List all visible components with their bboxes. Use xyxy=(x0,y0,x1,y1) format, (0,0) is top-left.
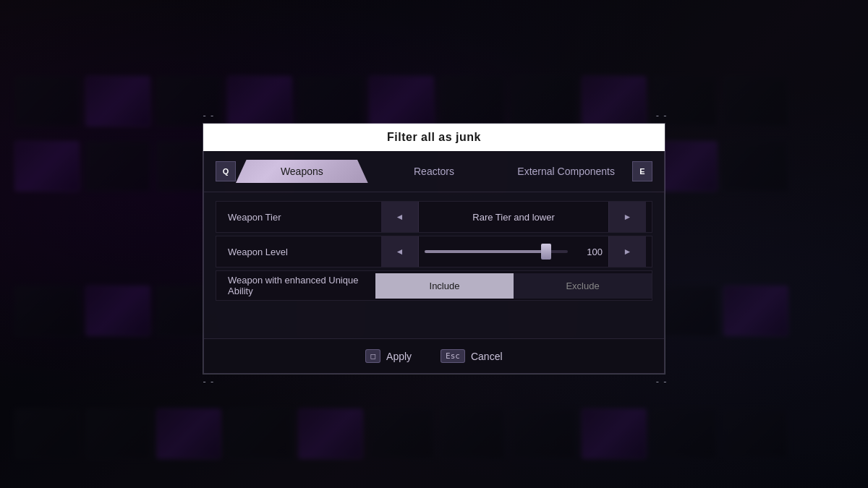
weapon-level-value: 100 xyxy=(574,247,603,257)
weapon-level-control: ◄ 100 ► xyxy=(375,236,652,267)
weapon-level-next-button[interactable]: ► xyxy=(608,236,646,267)
weapon-level-slider-fill xyxy=(425,250,546,253)
apply-key-badge: □ xyxy=(365,349,380,363)
dialog-body: Q Weapons Reactors External Components E… xyxy=(203,151,665,374)
tabs-container: Weapons Reactors External Components xyxy=(236,160,632,183)
weapon-level-prev-button[interactable]: ◄ xyxy=(381,236,419,267)
dialog-footer: □ Apply Esc Cancel xyxy=(204,338,664,373)
weapon-level-slider-container: 100 xyxy=(419,247,608,257)
tab-external-components[interactable]: External Components xyxy=(500,160,632,183)
include-button[interactable]: Include xyxy=(375,273,514,299)
tab-next-button[interactable]: E xyxy=(632,161,652,181)
weapon-tier-control: ◄ Rare Tier and lower ► xyxy=(375,202,652,232)
dialog-title: Filter all as junk xyxy=(203,124,665,151)
corner-tl: - - xyxy=(202,111,213,121)
unique-ability-row: Weapon with enhanced Unique Ability Incl… xyxy=(216,270,652,301)
tab-weapons[interactable]: Weapons xyxy=(236,160,368,183)
weapon-tier-next-button[interactable]: ► xyxy=(608,202,646,232)
apply-label: Apply xyxy=(386,351,412,362)
tab-reactors[interactable]: Reactors xyxy=(368,160,501,183)
weapon-tier-value: Rare Tier and lower xyxy=(419,212,608,223)
corner-bl: - - xyxy=(202,377,213,387)
weapon-level-slider-thumb[interactable] xyxy=(541,244,551,260)
exclude-button[interactable]: Exclude xyxy=(514,273,652,299)
apply-button[interactable]: □ Apply xyxy=(365,349,412,363)
corner-br: - - xyxy=(655,377,666,387)
filter-dialog: - - - - - - - - Filter all as junk Q Wea… xyxy=(203,123,665,374)
weapon-level-slider-track xyxy=(425,250,568,253)
tabs-row: Q Weapons Reactors External Components E xyxy=(204,151,664,192)
weapon-tier-label: Weapon Tier xyxy=(216,212,375,223)
spacer xyxy=(204,309,664,338)
weapon-level-row: Weapon Level ◄ 100 ► xyxy=(216,236,652,267)
unique-ability-label: Weapon with enhanced Unique Ability xyxy=(216,275,375,296)
cancel-button[interactable]: Esc Cancel xyxy=(441,349,502,363)
cancel-label: Cancel xyxy=(471,351,503,362)
unique-ability-toggle-group: Include Exclude xyxy=(375,273,652,299)
unique-ability-control: Include Exclude xyxy=(375,273,652,299)
corner-tr: - - xyxy=(655,111,666,121)
tab-prev-button[interactable]: Q xyxy=(216,161,236,181)
weapon-tier-prev-button[interactable]: ◄ xyxy=(381,202,419,232)
filter-section: Weapon Tier ◄ Rare Tier and lower ► Weap… xyxy=(204,192,664,309)
weapon-level-label: Weapon Level xyxy=(216,247,375,257)
weapon-tier-row: Weapon Tier ◄ Rare Tier and lower ► xyxy=(216,201,652,233)
cancel-key-badge: Esc xyxy=(441,349,465,363)
